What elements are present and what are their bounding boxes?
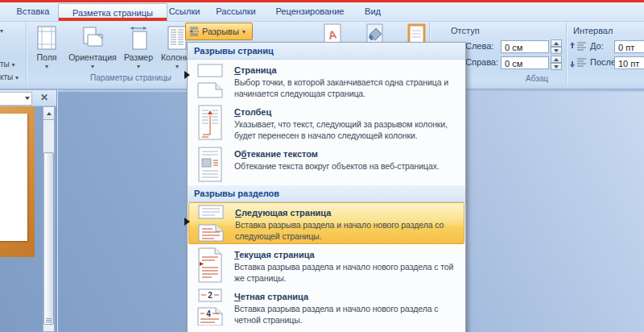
page-thumbnail-image — [0, 114, 27, 241]
chevron-down-icon: ▾ — [137, 64, 140, 70]
group-separator — [26, 23, 27, 85]
menu-item-title: Обтекание текстом — [234, 149, 318, 159]
breaks-button[interactable]: Разрывы ▾ — [185, 23, 253, 40]
menu-item-text-wrapping[interactable]: Обтекание текстом Обтекание текста вокру… — [188, 143, 465, 185]
menu-item-title: Текущая страница — [234, 250, 315, 259]
indent-section-title: Отступ — [451, 26, 480, 35]
margins-button[interactable]: Поля ▾ — [27, 23, 66, 70]
indent-right-spinner — [551, 56, 562, 70]
pane-dropdown[interactable] — [0, 92, 32, 106]
size-icon — [127, 24, 150, 52]
scrollbar-grip — [46, 318, 52, 319]
spacing-after-icon — [569, 57, 587, 68]
orientation-icon — [80, 24, 105, 52]
up-arrow-icon — [554, 58, 559, 61]
pane-scrollbar[interactable] — [43, 106, 55, 332]
themes-fonts-button[interactable]: ты ▾ — [0, 60, 15, 68]
spacing-after-field[interactable]: 10 пт — [614, 56, 644, 69]
up-arrow-icon — [554, 42, 559, 45]
menu-item-next-page[interactable]: Следующая страница Вставка разрыва разде… — [188, 202, 464, 244]
tab-view[interactable]: Вид — [356, 2, 390, 20]
word-window: Вставка Разметка страницы Ссылки Рассылк… — [0, 0, 644, 332]
next-page-icon — [193, 205, 229, 243]
themes-effects-button[interactable]: кты ▾ — [0, 73, 19, 81]
text-wrap-icon — [192, 146, 228, 184]
tab-review[interactable]: Рецензирование — [270, 2, 350, 20]
scrollbar-thumb[interactable] — [43, 152, 54, 325]
spin-up-button[interactable] — [551, 56, 562, 63]
chevron-down-icon: ▾ — [45, 64, 48, 70]
spacing-section-title: Интервал — [573, 26, 613, 35]
menu-item-title: Столбец — [234, 107, 271, 117]
chevron-down-icon: ▾ — [15, 74, 19, 81]
menu-item-description: Вставка разрыва раздела и начало нового … — [234, 303, 456, 326]
indent-right-label: Справа: — [465, 57, 498, 67]
spin-down-button[interactable] — [551, 47, 562, 54]
menu-item-page-break[interactable]: Страница Выбор точки, в которой заканчив… — [188, 60, 465, 102]
spin-down-button[interactable] — [551, 63, 562, 70]
svg-text:2: 2 — [208, 291, 213, 300]
menu-item-column-break[interactable]: Столбец Указывает, что текст, следующий … — [188, 102, 465, 143]
menu-item-description: Обтекание текста вокруг объектов на веб-… — [234, 160, 456, 172]
annotation-tab-underline — [59, 18, 167, 21]
breaks-menu: Разрывы страниц Страница Выбор точки, в … — [187, 42, 466, 332]
spacing-before-icon — [569, 41, 587, 52]
menu-item-description: Вставка разрыва раздела и начало нового … — [234, 261, 456, 284]
indent-left-spinner — [551, 39, 562, 54]
breaks-icon — [188, 26, 200, 37]
spin-up-button[interactable] — [551, 39, 562, 47]
down-arrow-icon — [554, 49, 559, 52]
tab-references[interactable]: Ссылки — [163, 2, 205, 20]
svg-text:4: 4 — [206, 309, 211, 318]
size-button[interactable]: Размер ▾ — [119, 23, 158, 70]
menu-item-continuous[interactable]: Текущая страница Вставка разрыва раздела… — [188, 244, 465, 286]
selected-page-thumbnail[interactable] — [0, 106, 35, 257]
chevron-down-icon: ▾ — [91, 64, 94, 70]
menu-section-header: Разрывы страниц — [188, 43, 465, 60]
menu-item-description: Указывает, что текст, следующий за разры… — [234, 118, 456, 141]
task-pane-header: ✕ — [0, 90, 57, 106]
down-arrow-icon — [554, 65, 559, 68]
pane-border — [56, 89, 57, 332]
menu-item-title: Следующая страница — [235, 208, 331, 218]
pane-close-button[interactable]: ✕ — [37, 91, 52, 104]
chevron-down-icon: ▾ — [0, 27, 3, 35]
annotation-red-top-bar — [0, 0, 644, 2]
tab-mailings[interactable]: Рассылки — [211, 2, 261, 20]
menu-item-title: Четная страница — [234, 292, 308, 301]
chevron-down-icon: ▾ — [175, 64, 179, 70]
margins-icon — [35, 24, 58, 52]
page-setup-group: Поля ▾ Ориентация ▾ Размер ▾ — [27, 23, 196, 70]
menu-item-description: Вставка разрыва раздела и начало нового … — [235, 219, 457, 242]
page-break-icon — [192, 62, 228, 100]
spacing-before-label: До: — [590, 41, 604, 51]
menu-item-title: Страница — [234, 65, 277, 75]
column-break-icon — [192, 104, 228, 142]
indent-left-field[interactable]: 0 см — [501, 40, 549, 53]
pointer-arrow-icon — [184, 218, 190, 226]
chevron-down-icon — [25, 97, 30, 100]
spacing-before-field[interactable]: 0 пт — [614, 40, 644, 53]
even-page-icon: 24 — [192, 288, 228, 326]
continuous-break-icon — [192, 247, 228, 284]
indent-left-label: Слева: — [465, 41, 493, 51]
tab-insert[interactable]: Вставка — [10, 2, 56, 20]
menu-item-description: Выбор точки, в которой заканчивается одн… — [234, 77, 456, 99]
page-setup-group-label: Параметры страницы — [90, 73, 171, 82]
scroll-up-button[interactable] — [43, 107, 54, 120]
menu-section-header: Разрывы разделов — [188, 185, 465, 202]
menu-item-even-page[interactable]: 24 Четная страница Вставка разрыва разде… — [188, 286, 465, 328]
chevron-down-icon: ▾ — [12, 61, 15, 68]
chevron-down-icon: ▾ — [242, 28, 246, 35]
orientation-button[interactable]: Ориентация ▾ — [66, 23, 119, 70]
indent-right-field[interactable]: 0 см — [501, 56, 549, 69]
up-arrow-icon — [47, 112, 52, 115]
pointer-arrow-icon — [184, 71, 190, 79]
